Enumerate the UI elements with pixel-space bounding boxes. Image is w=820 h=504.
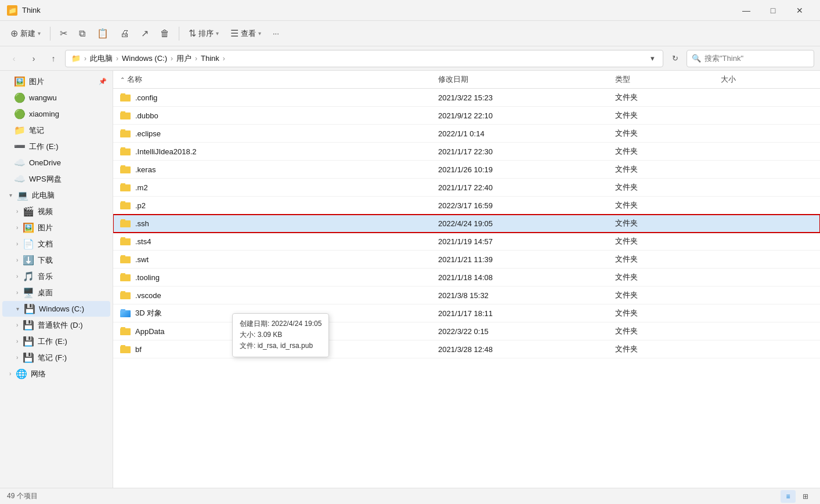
- search-input[interactable]: [705, 54, 809, 63]
- print-button[interactable]: 🖨: [115, 26, 134, 41]
- sort-icon: ⇅: [189, 28, 196, 39]
- sidebar-item-wangwu[interactable]: 🟢 wangwu: [2, 90, 110, 106]
- new-chevron-icon: ▾: [38, 30, 41, 37]
- title-bar: 📁 Think — □ ✕: [0, 0, 820, 21]
- path-segment-2[interactable]: Windows (C:): [122, 54, 167, 63]
- sidebar-item-label: 普通软件 (D:): [38, 320, 82, 331]
- sidebar-item-wps[interactable]: ☁️ WPS网盘: [2, 171, 110, 187]
- sidebar-item-pictures[interactable]: 🖼️ 图片 📌: [2, 74, 110, 89]
- paste-button[interactable]: 📋: [92, 26, 113, 41]
- new-label: 新建: [20, 28, 35, 39]
- sidebar-item-drive-f[interactable]: › 💾 笔记 (F:): [2, 350, 110, 365]
- back-button[interactable]: ‹: [6, 50, 22, 67]
- sidebar-item-video[interactable]: › 🎬 视频: [2, 204, 110, 219]
- minimize-button[interactable]: —: [733, 1, 760, 20]
- col-header-date[interactable]: 修改日期: [431, 71, 608, 89]
- table-row[interactable]: .sts42021/1/19 14:57文件夹: [113, 233, 820, 251]
- table-row[interactable]: .tooling2021/1/18 14:08文件夹: [113, 269, 820, 287]
- file-size: [714, 287, 820, 304]
- sidebar-item-thispc[interactable]: ▾ 💻 此电脑: [2, 187, 110, 203]
- path-segment-4[interactable]: Think: [201, 54, 219, 63]
- sidebar-item-work-e[interactable]: ➖ 工作 (E:): [2, 139, 110, 154]
- table-row[interactable]: .keras2021/1/26 10:19文件夹: [113, 161, 820, 179]
- search-box[interactable]: 🔍: [687, 50, 814, 67]
- table-row[interactable]: .vscode2021/3/8 15:32文件夹: [113, 287, 820, 304]
- close-button[interactable]: ✕: [786, 1, 813, 20]
- copy-button[interactable]: ⧉: [74, 26, 90, 41]
- toolbar: ⊕ 新建 ▾ ✂ ⧉ 📋 🖨 ↗ 🗑 ⇅ 排序 ▾ ☰ 查看 ▾ ···: [0, 21, 820, 46]
- file-date: 2021/1/17 22:30: [431, 143, 608, 161]
- chevron-icon: ›: [16, 322, 18, 328]
- table-row[interactable]: .m22021/1/17 22:40文件夹: [113, 179, 820, 197]
- sidebar-item-xiaoming[interactable]: 🟢 xiaoming: [2, 106, 110, 122]
- cut-button[interactable]: ✂: [55, 26, 72, 41]
- window-icon: 📁: [7, 5, 17, 16]
- view-list-button[interactable]: ≡: [781, 490, 796, 503]
- view-tiles-button[interactable]: ⊞: [798, 490, 813, 503]
- sidebar-item-label: 桌面: [38, 288, 53, 298]
- table-row[interactable]: bf2021/3/28 12:48文件夹: [113, 340, 820, 358]
- file-size: [714, 322, 820, 340]
- table-row[interactable]: .ssh2022/4/24 19:05文件夹: [113, 215, 820, 233]
- more-button[interactable]: ···: [268, 27, 284, 40]
- sidebar: 🖼️ 图片 📌 🟢 wangwu 🟢 xiaoming 📁 笔记 ➖ 工作 (E…: [0, 71, 113, 488]
- sidebar-item-drive-c[interactable]: ▾ 💾 Windows (C:): [2, 301, 110, 317]
- table-row[interactable]: .IntelliJIdea2018.22021/1/17 22:30文件夹: [113, 143, 820, 161]
- forward-button[interactable]: ›: [26, 50, 42, 67]
- sidebar-item-network[interactable]: › 🌐 网络: [2, 366, 110, 382]
- chevron-icon: ›: [16, 354, 18, 361]
- file-date: 2021/3/22 15:23: [431, 89, 608, 107]
- path-segment-1[interactable]: 此电脑: [90, 53, 113, 64]
- col-header-size[interactable]: 大小: [714, 71, 820, 89]
- drive-d-icon: 💾: [23, 320, 34, 331]
- sidebar-item-label: 音乐: [38, 271, 53, 282]
- file-type: 文件夹: [608, 215, 714, 233]
- main-layout: 🖼️ 图片 📌 🟢 wangwu 🟢 xiaoming 📁 笔记 ➖ 工作 (E…: [0, 71, 820, 488]
- list-view-icon: ≡: [786, 492, 790, 501]
- sidebar-item-downloads[interactable]: › ⬇️ 下载: [2, 252, 110, 268]
- sidebar-item-drive-d[interactable]: › 💾 普通软件 (D:): [2, 317, 110, 333]
- search-icon: 🔍: [692, 54, 701, 63]
- sidebar-item-drive-e[interactable]: › 💾 工作 (E:): [2, 333, 110, 349]
- file-date: 2021/1/21 11:39: [431, 251, 608, 269]
- sort-button[interactable]: ⇅ 排序 ▾: [184, 26, 223, 41]
- sidebar-item-notes[interactable]: 📁 笔记: [2, 122, 110, 138]
- sidebar-item-music[interactable]: › 🎵 音乐: [2, 269, 110, 284]
- file-size: [714, 269, 820, 287]
- table-row[interactable]: .eclipse2022/1/1 0:14文件夹: [113, 125, 820, 143]
- refresh-button[interactable]: ↻: [667, 50, 683, 67]
- file-date: 2021/1/18 14:08: [431, 269, 608, 287]
- path-segment-3[interactable]: 用户: [176, 53, 192, 64]
- tiles-view-icon: ⊞: [803, 492, 808, 501]
- table-row[interactable]: 3D 对象2021/1/17 18:11文件夹: [113, 304, 820, 322]
- chevron-icon: ›: [16, 241, 18, 247]
- new-button[interactable]: ⊕ 新建 ▾: [6, 26, 45, 41]
- more-label: ···: [273, 29, 279, 38]
- file-name: .eclipse: [135, 129, 161, 138]
- maximize-button[interactable]: □: [760, 1, 786, 20]
- table-row[interactable]: AppData2022/3/22 0:15文件夹: [113, 322, 820, 340]
- file-name: .vscode: [135, 291, 161, 300]
- table-row[interactable]: .config2021/3/22 15:23文件夹: [113, 89, 820, 107]
- table-row[interactable]: .swt2021/1/21 11:39文件夹: [113, 251, 820, 269]
- sidebar-item-onedrive[interactable]: ☁️ OneDrive: [2, 155, 110, 171]
- chevron-icon: ▾: [16, 306, 19, 312]
- sidebar-item-label: 工作 (E:): [29, 142, 59, 152]
- delete-button[interactable]: 🗑: [156, 26, 174, 41]
- view-button[interactable]: ☰ 查看 ▾: [226, 26, 266, 41]
- sidebar-item-docs[interactable]: › 📄 文档: [2, 236, 110, 252]
- sidebar-item-desktop[interactable]: › 🖥️ 桌面: [2, 285, 110, 300]
- sidebar-item-label: OneDrive: [29, 158, 61, 167]
- col-header-type[interactable]: 类型: [608, 71, 714, 89]
- sidebar-item-label: xiaoming: [29, 110, 59, 118]
- window-title: Think: [22, 6, 733, 14]
- table-row[interactable]: .p22022/3/17 16:59文件夹: [113, 197, 820, 215]
- address-path[interactable]: 📁 › 此电脑 › Windows (C:) › 用户 › Think › ▾: [65, 50, 663, 67]
- file-date: 2022/3/22 0:15: [431, 322, 608, 340]
- col-header-name[interactable]: ⌃ 名称: [113, 71, 431, 89]
- up-button[interactable]: ↑: [45, 50, 62, 67]
- path-dropdown-icon[interactable]: ▾: [648, 54, 657, 63]
- sidebar-item-pics[interactable]: › 🖼️ 图片: [2, 220, 110, 235]
- share-button[interactable]: ↗: [136, 26, 153, 41]
- table-row[interactable]: .dubbo2021/9/12 22:10文件夹: [113, 107, 820, 125]
